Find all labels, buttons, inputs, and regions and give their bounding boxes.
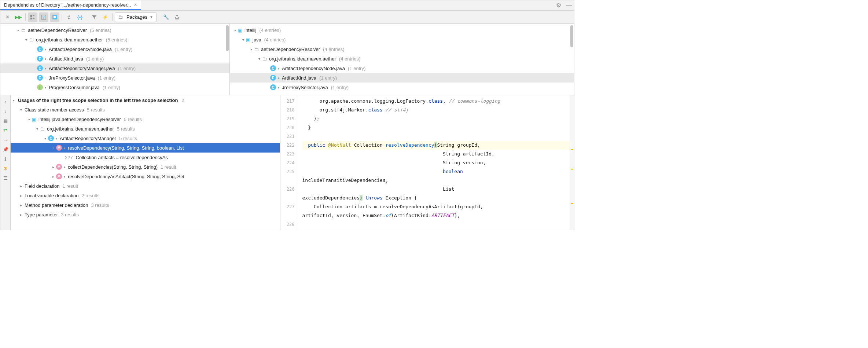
expand-arrow-icon[interactable]: ▾: [50, 146, 56, 150]
usages-tree: ▾ Usages of the right tree scope selecti…: [11, 95, 280, 230]
source-editor[interactable]: 217218219220221222223224225226227228 org…: [280, 95, 574, 230]
tree-row[interactable]: ▾🗀org.jetbrains.idea.maven.aether(4 entr…: [230, 54, 574, 63]
tree-row[interactable]: C●JreProxySelector.java(1 entry): [230, 83, 574, 92]
tree-row[interactable]: ▸Method parameter declaration3 results: [11, 200, 280, 210]
tree-row[interactable]: C●ArtifactRepositoryManager.java(1 entry…: [0, 63, 229, 73]
tree-row[interactable]: E●ArtifactKind.java(1 entry): [0, 54, 229, 63]
tree-row[interactable]: ▾C●ArtifactRepositoryManager5 results: [11, 133, 280, 143]
braces-icon[interactable]: {•}: [75, 12, 85, 22]
tab-title: Dependencies of Directory '.../aether-de…: [4, 2, 131, 8]
flatten-icon[interactable]: [28, 12, 37, 22]
tree-suffix: 5 results: [87, 107, 105, 113]
tree-row[interactable]: ▾🗀aetherDependencyResolver(4 entries): [230, 44, 574, 54]
remove-icon[interactable]: →: [1, 136, 10, 144]
tree-row[interactable]: C○JreProxySelector.java(1 entry): [0, 73, 229, 83]
tree-label: ArtifactDependencyNode.java: [282, 66, 345, 71]
dollar-icon[interactable]: $: [1, 164, 10, 172]
module-icon: ▣: [246, 37, 250, 43]
info-icon[interactable]: ℹ: [1, 155, 10, 163]
help-icon[interactable]: ?: [39, 12, 48, 22]
tree-row[interactable]: ▾▣java(4 entries): [230, 35, 574, 44]
expand-arrow-icon[interactable]: ▸: [50, 175, 56, 179]
expand-arrow-icon[interactable]: ▾: [248, 47, 254, 51]
editor-code[interactable]: org.apache.commons.logging.LogFactory.cl…: [298, 95, 570, 230]
layout-icon[interactable]: ▦: [1, 117, 10, 125]
wrench-icon[interactable]: 🔧: [161, 12, 171, 22]
expand-arrow-icon[interactable]: ▾: [240, 38, 246, 42]
expand-arrow-icon[interactable]: ▸: [18, 194, 24, 198]
expand-arrow-icon[interactable]: ▾: [26, 117, 32, 121]
c-badge-icon: C: [37, 65, 43, 71]
gear-icon[interactable]: ⚙: [553, 2, 564, 9]
tree-row[interactable]: ▸Field declaration1 result: [11, 181, 280, 191]
tree-row[interactable]: ▾▣intellij.java.aetherDependencyResolver…: [11, 114, 280, 124]
tree-row[interactable]: C●ArtifactDependencyNode.java(1 entry): [0, 44, 229, 54]
module-icon: ▣: [32, 117, 36, 122]
tree-label: org.jetbrains.idea.maven.aether: [47, 126, 114, 132]
svg-text:?: ?: [43, 15, 45, 19]
pin-icon[interactable]: 📌: [1, 145, 10, 153]
c-badge-icon: C: [270, 65, 276, 71]
tree-row[interactable]: ▸Type parameter3 results: [11, 210, 280, 219]
folder-icon: 🗀: [29, 37, 34, 43]
tree-row[interactable]: ▾🗀org.jetbrains.idea.maven.aether5 resul…: [11, 124, 280, 133]
expand-arrow-icon[interactable]: ▾: [18, 108, 24, 112]
tree-row[interactable]: ▾M●resolveDependency(String, String, Str…: [11, 143, 280, 153]
tree-suffix: 3 results: [61, 212, 79, 217]
expand-arrow-icon[interactable]: ▾: [15, 28, 21, 32]
tree-suffix: (5 entries): [106, 37, 128, 43]
prev-icon[interactable]: ↑: [1, 98, 10, 106]
tree-label: collectDependencies(String, String, Stri…: [68, 164, 158, 170]
editor-gutter: 217218219220221222223224225226227228: [280, 95, 298, 230]
tree-label: Local variable declaration: [25, 193, 78, 198]
scrollbar[interactable]: [226, 25, 229, 94]
tree-row[interactable]: E●ArtifactKind.java(1 entry): [230, 73, 574, 83]
tree-row[interactable]: ▾▣intellij(4 entries): [230, 25, 574, 35]
tree-row[interactable]: ▸Local variable declaration2 results: [11, 191, 280, 200]
c-badge-icon: C: [270, 84, 276, 90]
usages-title: Usages of the right tree scope selection…: [18, 98, 178, 103]
tab-active[interactable]: Dependencies of Directory '.../aether-de…: [0, 0, 141, 10]
expand-arrow-icon[interactable]: ▾: [23, 38, 29, 42]
settings-icon[interactable]: ☰: [1, 174, 10, 182]
target-icon[interactable]: [50, 12, 59, 22]
minimize-icon[interactable]: —: [564, 2, 574, 9]
tree-row[interactable]: ▸M●resolveDependencyAsArtifact(String, S…: [11, 172, 280, 181]
expand-arrow-icon[interactable]: ▾: [256, 57, 262, 61]
swap-icon[interactable]: [64, 12, 74, 22]
tree-row[interactable]: ▾🗀aetherDependencyResolver(5 entries): [0, 25, 229, 35]
expand-arrow-icon[interactable]: ▸: [18, 184, 24, 188]
expand-arrow-icon[interactable]: ▸: [18, 203, 24, 207]
expand-arrow-icon[interactable]: ▸: [18, 213, 24, 217]
scrollbar[interactable]: [570, 95, 574, 230]
expand-arrow-icon[interactable]: ▾: [232, 28, 238, 32]
c-badge-icon: C: [48, 135, 54, 141]
next-icon[interactable]: ↓: [1, 107, 10, 115]
tree-suffix: 5 results: [124, 117, 142, 122]
tree-row[interactable]: ▾Class static member access5 results: [11, 105, 280, 114]
tree-suffix: 5 results: [119, 136, 137, 141]
scrollbar[interactable]: [570, 25, 573, 94]
tree-row[interactable]: C●ArtifactDependencyNode.java(1 entry): [230, 63, 574, 73]
close-icon[interactable]: ×: [134, 2, 137, 8]
export-icon[interactable]: [172, 12, 182, 22]
diff-icon[interactable]: ⇄: [1, 126, 10, 134]
tree-row[interactable]: 227Collection artifacts = resolveDepende…: [11, 153, 280, 162]
expand-arrow-icon[interactable]: ▾: [42, 136, 48, 140]
expand-arrow-icon[interactable]: ▾: [34, 127, 40, 131]
tree-row[interactable]: ▸M●collectDependencies(String, String, S…: [11, 162, 280, 172]
tree-row[interactable]: ▾🗀org.jetbrains.idea.maven.aether(5 entr…: [0, 35, 229, 44]
close-icon[interactable]: ✕: [3, 12, 12, 22]
bolt-icon[interactable]: ⚡: [100, 12, 110, 22]
tree-suffix: (4 entries): [339, 56, 361, 62]
tree-row[interactable]: I●ProgressConsumer.java(1 entry): [0, 83, 229, 92]
tree-label: JreProxySelector.java: [282, 85, 328, 90]
lock-icon: ●: [277, 66, 280, 70]
tree-label: ArtifactRepositoryManager.java: [49, 66, 115, 71]
usages-header[interactable]: ▾ Usages of the right tree scope selecti…: [11, 95, 280, 105]
expand-arrow-icon[interactable]: ▸: [50, 165, 56, 169]
filter-icon[interactable]: [89, 12, 99, 22]
tree-suffix: (1 entry): [118, 66, 136, 71]
group-by-dropdown[interactable]: 🗀 Packages ▼: [115, 12, 157, 22]
rerun-icon[interactable]: ▶▶: [14, 12, 23, 22]
